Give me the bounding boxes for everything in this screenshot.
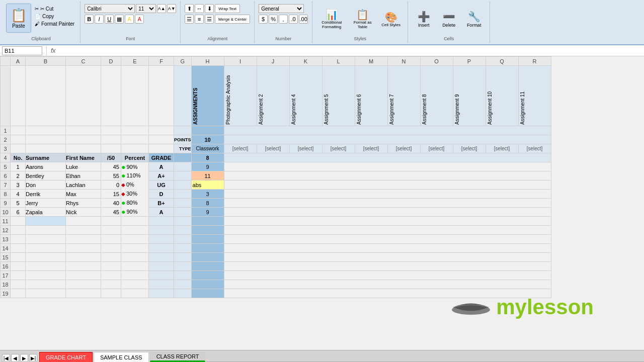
cell-l-diag[interactable]: Assignment 5 (322, 66, 355, 126)
font-shrink-button[interactable]: A▼ (167, 4, 176, 13)
cell-g6[interactable] (174, 171, 192, 180)
cell-f1[interactable] (149, 126, 174, 135)
cell-h2[interactable]: 10 (191, 135, 224, 144)
border-button[interactable]: ▦ (115, 15, 124, 24)
cell-i1[interactable] (224, 126, 551, 135)
cell-g9[interactable] (174, 199, 192, 208)
cell-r-diag[interactable]: Assignment 11 (518, 66, 551, 126)
font-family-select[interactable]: Calibri (85, 4, 135, 13)
delete-button[interactable]: ➖ Delete (437, 5, 460, 34)
cell-g10[interactable] (174, 208, 192, 217)
name-box[interactable] (2, 46, 42, 55)
cell-a2[interactable] (11, 135, 26, 144)
col-header-c[interactable]: C (66, 57, 101, 66)
cell-d9[interactable]: 40 (101, 199, 121, 208)
cell-c11[interactable] (66, 217, 101, 226)
cell-e5[interactable]: ● 90% (121, 162, 148, 171)
formula-input[interactable] (57, 48, 642, 54)
cell-c10[interactable]: Nick (66, 208, 101, 217)
cell-h4[interactable]: 8 (191, 153, 224, 162)
cell-i10-rest[interactable] (224, 208, 551, 217)
cell-c3[interactable] (66, 144, 101, 153)
col-header-q[interactable]: Q (486, 57, 518, 66)
cell-b7[interactable]: Don (26, 180, 66, 190)
cell-h5[interactable]: 9 (191, 162, 224, 171)
cell-h6[interactable]: 11 (191, 171, 224, 180)
cell-e9[interactable]: ● 80% (121, 199, 148, 207)
cell-f2[interactable] (149, 135, 174, 144)
cell-g5[interactable] (174, 162, 192, 171)
col-header-i[interactable]: I (224, 57, 257, 66)
cell-d-diag[interactable] (101, 66, 121, 126)
col-header-o[interactable]: O (420, 57, 453, 66)
cell-a8[interactable]: 4 (11, 190, 26, 199)
col-header-e[interactable]: E (121, 57, 149, 66)
cell-e-diag[interactable] (121, 66, 149, 126)
align-right-button[interactable]: ☰ (205, 15, 214, 24)
cell-q3[interactable]: [select] (486, 144, 518, 153)
align-middle-button[interactable]: ↔ (195, 4, 204, 13)
conditional-formatting-button[interactable]: 📊 Conditional Formatting (316, 5, 347, 34)
cell-c-diag[interactable] (66, 66, 101, 126)
cell-f5[interactable]: A (149, 162, 174, 171)
tab-sample-class[interactable]: SAMPLE CLASS (94, 352, 149, 362)
align-bottom-button[interactable]: ⬇ (205, 4, 214, 13)
cell-j3[interactable]: [select] (257, 144, 289, 153)
cell-a11[interactable] (11, 217, 26, 226)
cell-b10[interactable]: Zapala (26, 208, 66, 217)
cell-f7[interactable]: UG (149, 180, 174, 190)
first-sheet-button[interactable]: |◀ (2, 354, 10, 362)
cell-g7[interactable] (174, 180, 192, 190)
col-header-n[interactable]: N (387, 57, 420, 66)
cell-a10[interactable]: 6 (11, 208, 26, 217)
merge-center-button[interactable]: Merge & Center (215, 15, 250, 24)
format-as-table-button[interactable]: 📋 Format as Table (349, 5, 376, 34)
cell-e7[interactable]: ◆ 0% (121, 180, 148, 189)
cell-j-diag[interactable]: Assignment 2 (257, 66, 289, 126)
cell-m-diag[interactable]: Assignment 6 (355, 66, 387, 126)
cell-a5[interactable]: 1 (11, 162, 26, 171)
cell-f8[interactable]: D (149, 190, 174, 199)
cell-h9[interactable]: 8 (191, 199, 224, 208)
cell-e6[interactable]: ● 110% (121, 171, 148, 180)
cell-h-diag[interactable]: ASSIGNMENTS (191, 66, 224, 126)
cell-c5[interactable]: Luke (66, 162, 101, 171)
cell-a1[interactable] (11, 126, 26, 135)
cell-i7-rest[interactable] (224, 180, 551, 190)
cell-f11[interactable] (149, 217, 174, 226)
cell-n-diag[interactable]: Assignment 7 (387, 66, 420, 126)
cell-d3[interactable] (101, 144, 121, 153)
cell-i2[interactable] (224, 135, 551, 144)
cell-d1[interactable] (101, 126, 121, 135)
insert-button[interactable]: ➕ Insert (412, 5, 435, 34)
increase-decimal-button[interactable]: .0 (289, 15, 298, 24)
paste-button[interactable]: 📋 Paste (6, 4, 31, 33)
cell-d2[interactable] (101, 135, 121, 144)
cell-g-diag[interactable] (174, 66, 192, 126)
cell-e8[interactable]: ◆ 30% (121, 190, 148, 198)
cell-b3[interactable] (26, 144, 66, 153)
cell-d10[interactable]: 45 (101, 208, 121, 217)
cell-b11[interactable] (26, 217, 66, 226)
cell-d7[interactable]: 0 (101, 180, 121, 190)
col-header-f[interactable]: F (149, 57, 174, 66)
cell-q-diag[interactable]: Assignment 10 (486, 66, 518, 126)
cell-d8[interactable]: 15 (101, 190, 121, 199)
cell-o3[interactable]: [select] (420, 144, 453, 153)
cell-b-diag[interactable] (26, 66, 66, 126)
cell-c7[interactable]: Lachlan (66, 180, 101, 190)
cell-f3[interactable] (149, 144, 174, 153)
cell-i5-rest[interactable] (224, 162, 551, 171)
cell-f6[interactable]: A+ (149, 171, 174, 180)
prev-sheet-button[interactable]: ◀ (11, 354, 19, 362)
cell-f10[interactable]: A (149, 208, 174, 217)
col-header-k[interactable]: K (289, 57, 322, 66)
cell-e2[interactable] (121, 135, 149, 144)
last-sheet-button[interactable]: ▶| (29, 354, 37, 362)
cell-b2[interactable] (26, 135, 66, 144)
cell-g3[interactable]: TYPE (174, 144, 192, 153)
underline-button[interactable]: U (105, 15, 114, 24)
col-header-l[interactable]: L (322, 57, 355, 66)
copy-button[interactable]: 📄 Copy (33, 13, 76, 20)
cell-i9-rest[interactable] (224, 199, 551, 208)
